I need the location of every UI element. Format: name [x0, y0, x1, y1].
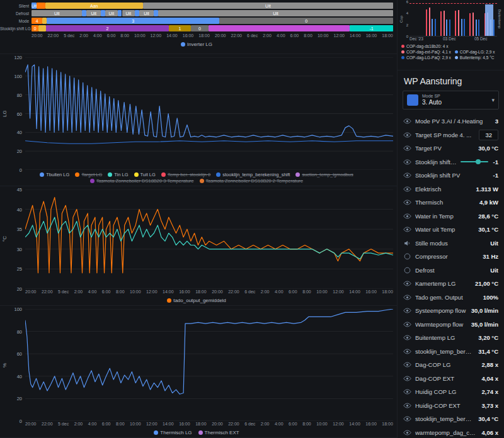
eye-icon[interactable] [403, 198, 411, 206]
row-label: warmtepomp_dag_cop_paq_ext [415, 429, 478, 436]
eye-icon[interactable] [403, 279, 411, 288]
cop-legend: COP-dag-ds18b20: 4 xCOP-dag-ext-PaQ: 4,1… [399, 42, 502, 60]
x-tick: 16:00 [366, 33, 377, 40]
right-column: Cop 0246 Buitentemp Dec '2303 Dec05 Dec … [397, 0, 504, 438]
legend-item[interactable]: Tuit LG [134, 172, 156, 177]
x-tick: 10:00 [134, 33, 146, 40]
x-tick: 18:00 [198, 33, 210, 40]
stooklijn-shift-slider[interactable] [461, 159, 488, 165]
x-tick: 6 dec [244, 289, 255, 296]
eye-icon[interactable] [403, 144, 411, 152]
timeline-segment [135, 10, 139, 16]
legend-item[interactable]: COP-dag-LG: 2,9 x [455, 50, 495, 54]
legend-item[interactable]: Tasmota Zonneboiler DS18B20 3 Temperatur… [90, 178, 194, 184]
mode-sp-dropdown[interactable]: Mode SP 3. Auto ▾ [403, 91, 499, 110]
row-value: -1 [493, 172, 498, 179]
x-tick: 18:00 [195, 422, 207, 428]
bar-COP-dag-ext-PaQ [444, 11, 445, 36]
timeline-segment [42, 18, 47, 24]
circle-icon[interactable] [403, 266, 411, 274]
x-tick: 03 Dec [443, 36, 456, 41]
legend-item[interactable]: Inverter LG [181, 42, 212, 47]
row-label: Warmtepomp flow [415, 321, 467, 328]
control-row: Water in Temp28,6 °C [398, 210, 504, 223]
eye-icon[interactable] [403, 374, 411, 383]
x-tick: 22:00 [231, 33, 242, 40]
eye-icon[interactable] [403, 158, 411, 166]
y-tick-label: 4 [406, 11, 408, 15]
control-row: Dag-COP LG2,88 x [398, 358, 504, 372]
timeline-segment: 0 [191, 25, 209, 31]
slider-knob[interactable] [476, 159, 481, 164]
legend-item[interactable]: Thermisch LG [154, 430, 192, 435]
x-tick: 16:00 [179, 289, 190, 296]
legend-item[interactable]: stooklijn_temp_berekening_shift [216, 172, 290, 177]
speaker-icon[interactable] [403, 239, 411, 247]
circle-icon[interactable] [403, 252, 411, 261]
eye-icon[interactable] [403, 293, 411, 301]
cop-chart-plot[interactable] [410, 2, 497, 36]
eye-icon[interactable] [403, 402, 411, 410]
legend-label: Thermisch LG [160, 430, 192, 435]
legend-item[interactable]: tado_output_gemiddeld [167, 298, 226, 303]
x-tick: 2:00 [263, 33, 272, 40]
x-tick: 6:00 [289, 289, 297, 296]
eye-icon[interactable] [403, 320, 411, 328]
x-tick: 5 dec [58, 422, 69, 428]
x-tick: 20:00 [25, 422, 37, 428]
y-tick-label: 0 [20, 418, 22, 424]
eye-icon[interactable] [403, 306, 411, 315]
thermisch-chart-plot[interactable] [25, 309, 393, 421]
eye-icon[interactable] [403, 185, 411, 193]
row-value: 4,04 x [482, 375, 498, 382]
x-tick: 4:00 [93, 33, 102, 40]
dropdown-label: Mode SP [422, 94, 488, 99]
eye-icon[interactable] [403, 415, 411, 423]
x-tick: 8:00 [116, 422, 125, 428]
value-input[interactable]: 32 [479, 130, 498, 140]
cop-axis-label: Cop [399, 2, 404, 36]
legend-item[interactable]: suction_temp_lgmodbus [295, 172, 353, 177]
panel-cop: Cop 0246 Buitentemp Dec '2303 Dec05 Dec … [398, 0, 504, 70]
eye-icon[interactable] [403, 388, 411, 396]
legend-item[interactable]: COP-dag-ext-PaQ: 4,1 x [401, 50, 451, 54]
legend-item[interactable]: COP-dag-LG-PaQ: 2,9 x [401, 55, 451, 60]
legend-item[interactable]: Tbuiten LG [40, 172, 69, 177]
eye-icon[interactable] [403, 361, 411, 369]
legend-item[interactable]: COP-dag-ds18b20: 4 x [401, 44, 448, 48]
x-tick: 12:00 [333, 289, 344, 296]
legend-dot [401, 56, 404, 59]
legend-item[interactable]: Tin LG [108, 172, 128, 177]
legend-item[interactable]: Thermisch EXT [198, 430, 239, 435]
x-tick: 8:00 [304, 33, 312, 40]
x-tick: 16:00 [183, 33, 194, 40]
timeline-row-label: Mode [0, 18, 32, 25]
row-value[interactable]: -1 [493, 159, 498, 166]
timeline-segment: 3 [47, 18, 219, 24]
lg-chart-plot[interactable] [25, 57, 393, 170]
eye-icon[interactable] [403, 117, 411, 125]
row-label: stooklijn_temp_berekening_shift [415, 415, 474, 422]
x-tick: Dec '23 [410, 36, 423, 41]
legend-item[interactable]: Target LG [75, 172, 102, 177]
legend-dot [455, 50, 458, 53]
eye-icon[interactable] [403, 171, 411, 179]
legend-item[interactable]: Temp ber. stooklijn 0 [161, 172, 210, 177]
eye-icon[interactable] [403, 334, 411, 342]
timeline-segment: Aan [45, 3, 143, 9]
eye-icon[interactable] [403, 429, 411, 437]
y-tick-label: 80 [17, 92, 22, 98]
legend-dot [90, 179, 94, 183]
y-tick-label: 60 [17, 351, 22, 357]
eye-icon[interactable] [403, 212, 411, 220]
legend-dot [161, 172, 166, 177]
bar-COP-dag-LG [461, 19, 462, 36]
eye-icon[interactable] [403, 225, 411, 233]
tado-chart-plot[interactable] [25, 189, 393, 289]
eye-icon[interactable] [403, 347, 411, 356]
timeline-track: 0210-1 [32, 25, 393, 32]
eye-icon[interactable] [403, 131, 411, 139]
y-tick-label: 80 [17, 328, 22, 334]
legend-item[interactable]: Tasmota Zonneboiler DS18B20 2 Temperatur… [200, 178, 304, 184]
legend-item[interactable]: Buitentemp: 4,5 °C [455, 55, 495, 60]
